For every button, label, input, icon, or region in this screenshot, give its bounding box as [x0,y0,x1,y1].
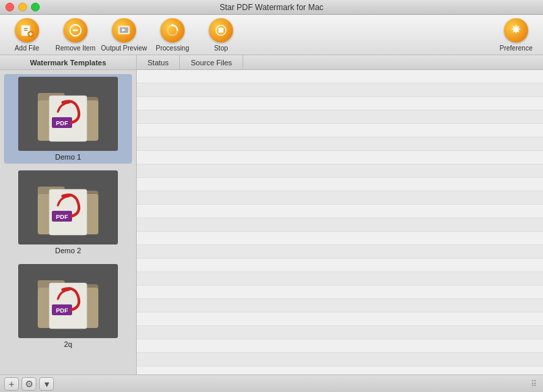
table-row [137,232,543,245]
toolbar: Add File Remove Item Output Preview [0,15,543,55]
table-row [137,272,543,286]
stop-button[interactable]: Stop [197,16,245,54]
bottom-bar: + ⚙ ▾ ⠿ [0,374,543,392]
table-row [137,137,543,151]
add-template-button[interactable]: + [4,377,19,391]
preference-button[interactable]: Preference [492,16,540,54]
add-file-button[interactable]: Add File [3,16,51,54]
remove-item-button[interactable]: Remove Item [51,16,100,54]
table-row [137,259,543,272]
svg-rect-13 [218,28,223,32]
table-row [137,313,543,326]
window-title: Star PDF Watermark for Mac [220,3,323,12]
remove-item-icon [63,18,88,42]
pdf-folder-icon-1: PDF [34,84,102,144]
template-list: PDF Demo 1 [0,70,136,374]
table-row [137,366,543,374]
pdf-folder-icon-3: PDF [34,271,102,331]
source-files-content [137,70,543,374]
resize-handle[interactable]: ⠿ [528,379,539,389]
remove-item-label: Remove Item [55,44,95,52]
stop-label: Stop [214,44,228,52]
table-row [137,353,543,366]
table-row [137,84,543,97]
add-icon: + [9,379,14,389]
gear-icon: ⚙ [25,379,34,389]
svg-text:PDF: PDF [56,307,69,314]
table-row [137,245,543,259]
processing-icon [160,18,185,42]
main-content: Watermark Templates [0,55,543,374]
table-row [137,191,543,205]
preference-label: Preference [500,44,533,52]
template-label-2q: 2q [64,340,72,348]
svg-text:PDF: PDF [56,214,69,220]
traffic-lights [5,3,40,11]
template-thumbnail-demo2: PDF [18,170,118,244]
table-row [137,124,543,137]
table-row [137,97,543,110]
resize-icon: ⠿ [531,379,537,389]
template-label-demo1: Demo 1 [55,153,82,161]
add-file-label: Add File [15,44,40,52]
table-row [137,299,543,313]
output-preview-label: Output Preview [101,44,147,52]
stop-icon [209,18,233,42]
title-bar: Star PDF Watermark for Mac [0,0,543,15]
output-preview-icon [112,18,136,42]
template-item-demo2[interactable]: PDF Demo 2 [4,168,132,257]
left-panel: Watermark Templates [0,55,137,374]
minimize-button[interactable] [18,3,27,11]
right-panel: Status Source Files [137,55,543,374]
settings-button[interactable]: ⚙ [22,377,36,391]
preference-icon [504,18,528,42]
table-row [137,164,543,178]
table-row [137,110,543,124]
table-row [137,70,543,84]
table-row [137,205,543,218]
tab-source-files[interactable]: Source Files [180,55,243,69]
maximize-button[interactable] [31,3,40,11]
template-thumbnail-demo1: PDF [18,77,118,151]
arrow-button[interactable]: ▾ [39,377,54,391]
table-row [137,339,543,353]
processing-button[interactable]: Processing [148,16,197,54]
template-label-demo2: Demo 2 [55,247,82,255]
add-file-icon [15,18,39,42]
template-thumbnail-2q: PDF [18,264,118,338]
table-row [137,151,543,164]
processing-label: Processing [156,44,189,52]
table-row [137,326,543,339]
template-item-2q[interactable]: PDF 2q [4,261,132,351]
watermark-templates-header: Watermark Templates [0,55,136,70]
tab-status[interactable]: Status [137,55,180,69]
svg-text:PDF: PDF [56,120,69,127]
right-panel-header: Status Source Files [137,55,543,70]
table-row [137,178,543,191]
table-row [137,286,543,299]
output-preview-button[interactable]: Output Preview [100,16,148,54]
table-row [137,218,543,232]
pdf-folder-icon-2: PDF [34,177,102,238]
close-button[interactable] [5,3,14,11]
template-item-demo1[interactable]: PDF Demo 1 [4,74,132,164]
chevron-down-icon: ▾ [44,379,49,389]
